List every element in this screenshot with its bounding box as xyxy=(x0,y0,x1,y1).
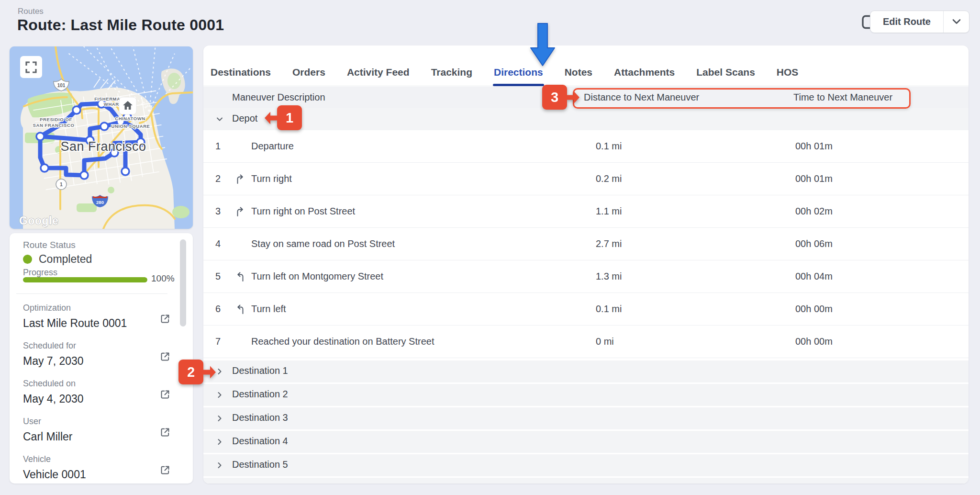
tab-label-scans[interactable]: Label Scans xyxy=(696,67,755,78)
external-link-icon[interactable] xyxy=(160,465,170,477)
group-label: Destination 3 xyxy=(232,412,288,423)
annotation-arrow-left-icon xyxy=(264,112,277,124)
group-row-partial[interactable] xyxy=(203,478,969,484)
field-label: Scheduled for xyxy=(23,341,181,351)
maneuver-row[interactable]: 4 Stay on same road on Post Street 2.7 m… xyxy=(203,228,969,260)
breadcrumb[interactable]: Routes xyxy=(18,7,44,16)
maneuver-description: Turn right on Post Street xyxy=(251,206,355,217)
external-link-icon[interactable] xyxy=(160,427,170,439)
maneuver-row[interactable]: 2 Turn right 0.2 mi 00h 01m xyxy=(203,163,969,195)
sidebar-field-user: User Carl Miller xyxy=(23,416,181,451)
maneuver-row[interactable]: 5 Turn left on Montgomery Street 1.3 mi … xyxy=(203,260,969,293)
tab-orders[interactable]: Orders xyxy=(292,67,325,78)
sidebar-field-optimization: Optimization Last Mile Route 0001 xyxy=(23,303,181,338)
maneuver-distance: 2.7 mi xyxy=(596,238,622,249)
maneuver-description: Stay on same road on Post Street xyxy=(251,238,395,249)
maneuver-time: 00h 00m xyxy=(795,304,833,315)
sidebar-scrollbar[interactable] xyxy=(180,239,186,326)
map-label-city: San Francisco xyxy=(60,139,146,154)
map-label-chinatown: CHINATOWN xyxy=(115,116,145,121)
maneuver-distance: 0.1 mi xyxy=(596,141,622,152)
map-label-presidio: PRESIDIO OF xyxy=(40,117,72,122)
annotation-arrow-directions-tab xyxy=(530,23,555,67)
maneuver-icon xyxy=(235,142,245,152)
chevron-down-icon xyxy=(215,115,224,125)
group-label: Destination 5 xyxy=(232,459,288,470)
annotation-arrow-right-icon xyxy=(203,366,216,379)
sidebar-field-vehicle: Vehicle Vehicle 0001 xyxy=(23,454,181,489)
field-value: Last Mile Route 0001 xyxy=(23,317,181,330)
external-link-icon[interactable] xyxy=(160,314,170,326)
maneuver-row[interactable]: 7 Reached your destination on Battery St… xyxy=(203,326,969,358)
route-map-thumbnail[interactable]: FISHERMAN'S WHARF PRESIDIO OF SAN FRANCI… xyxy=(10,46,193,229)
tab-hos[interactable]: HOS xyxy=(777,67,799,78)
group-label: Destination 1 xyxy=(232,365,288,376)
map-fullscreen-button[interactable] xyxy=(20,56,42,78)
group-row-destination-5[interactable]: Destination 5 xyxy=(203,454,969,476)
turn-right-icon xyxy=(235,174,245,185)
progress-label: Progress xyxy=(23,268,57,278)
edit-route-menu-button[interactable] xyxy=(943,11,969,33)
svg-text:1: 1 xyxy=(60,181,63,187)
maneuver-number: 4 xyxy=(215,238,221,249)
maneuver-row[interactable]: 6 Turn left 0.1 mi 00h 00m xyxy=(203,293,969,326)
maneuver-description: Departure xyxy=(251,141,294,152)
maneuver-description: Turn left xyxy=(251,304,286,315)
maneuver-time: 00h 01m xyxy=(795,173,833,184)
chevron-down-icon xyxy=(952,18,961,26)
tab-notes[interactable]: Notes xyxy=(565,67,592,78)
tab-directions[interactable]: Directions xyxy=(494,67,543,78)
annotation-arrow-right-icon xyxy=(567,91,580,104)
tab-attachments[interactable]: Attachments xyxy=(614,67,675,78)
maneuver-icon xyxy=(235,337,245,348)
maneuver-time: 00h 02m xyxy=(795,206,833,217)
status-dot-icon xyxy=(23,255,32,264)
edit-route-button[interactable]: Edit Route xyxy=(870,11,943,33)
annotation-step-2: 2 xyxy=(178,360,216,384)
external-link-icon[interactable] xyxy=(160,389,170,402)
group-row-depot[interactable]: Depot xyxy=(203,108,969,130)
field-value: Carl Miller xyxy=(23,430,181,443)
map-label-presidio2: SAN FRANCISCO xyxy=(33,123,75,128)
chevron-right-icon xyxy=(215,367,224,378)
maneuver-distance: 0.1 mi xyxy=(596,304,622,315)
chevron-right-icon xyxy=(215,461,224,472)
maneuver-number: 2 xyxy=(215,173,221,184)
annotation-step-1: 1 xyxy=(264,105,302,130)
group-label: Destination 2 xyxy=(232,389,288,400)
maneuver-distance: 0.2 mi xyxy=(596,173,622,184)
turn-right-icon xyxy=(235,207,245,217)
google-logo[interactable]: Google xyxy=(19,214,58,227)
maneuver-row[interactable]: 3 Turn right on Post Street 1.1 mi 00h 0… xyxy=(203,195,969,228)
tab-destinations[interactable]: Destinations xyxy=(211,67,271,78)
field-label: Scheduled on xyxy=(23,379,181,389)
field-value: Vehicle 0001 xyxy=(23,468,181,481)
map-canvas: FISHERMAN'S WHARF PRESIDIO OF SAN FRANCI… xyxy=(10,46,193,229)
maneuver-time: 00h 00m xyxy=(795,336,833,347)
maneuver-row[interactable]: 1 Departure 0.1 mi 00h 01m xyxy=(203,130,969,163)
turn-left-icon xyxy=(235,304,245,315)
chevron-right-icon xyxy=(215,414,224,425)
group-row-destination-2[interactable]: Destination 2 xyxy=(203,384,969,406)
progress-bar xyxy=(23,277,147,282)
tab-tracking[interactable]: Tracking xyxy=(431,67,472,78)
maneuver-time: 00h 01m xyxy=(795,141,833,152)
maneuver-icon xyxy=(235,239,245,250)
group-row-destination-3[interactable]: Destination 3 xyxy=(203,407,969,429)
tab-activity-feed[interactable]: Activity Feed xyxy=(347,67,410,78)
group-row-destination-1[interactable]: Destination 1 xyxy=(203,360,969,382)
sidebar-field-scheduled-for: Scheduled for May 7, 2030 xyxy=(23,341,181,375)
sidebar-field-scheduled-on: Scheduled on May 4, 2030 xyxy=(23,379,181,413)
group-row-destination-4[interactable]: Destination 4 xyxy=(203,431,969,453)
svg-text:280: 280 xyxy=(96,200,104,205)
group-label: Destination 4 xyxy=(232,436,288,447)
external-link-icon[interactable] xyxy=(160,351,170,364)
maneuver-number: 7 xyxy=(215,336,221,347)
chevron-right-icon xyxy=(215,391,224,401)
maneuver-number: 1 xyxy=(215,141,221,152)
route-status-label: Route Status xyxy=(23,240,76,250)
maneuver-number: 6 xyxy=(215,304,221,315)
field-label: Optimization xyxy=(23,303,181,313)
chevron-right-icon xyxy=(215,438,224,448)
route-detail-panel: DestinationsOrdersActivity FeedTrackingD… xyxy=(203,45,969,484)
